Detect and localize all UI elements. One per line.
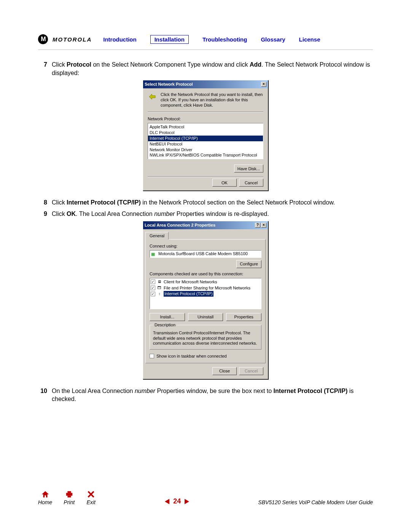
list-item[interactable]: NWLink IPX/SPX/NetBIOS Compatible Transp… [148, 152, 263, 158]
step-text: On the Local Area Connection number Prop… [52, 387, 373, 403]
client-icon: 🖥 [157, 279, 162, 284]
component-item-selected[interactable]: ✓ ↕ Internet Protocol (TCP/IP) [151, 291, 260, 297]
text: On the Local Area Connection [52, 388, 135, 394]
uninstall-button[interactable]: Uninstall [188, 313, 223, 321]
protocol-icon [148, 92, 157, 108]
home-button[interactable]: Home [38, 490, 52, 505]
tab-panel: Connect using: ▦ Motorola SurfBoard USB … [145, 239, 266, 363]
guide-title: SBV5120 Series VoIP Cable Modem User Gui… [258, 499, 373, 505]
component-label: Client for Microsoft Networks [164, 279, 217, 285]
checkbox-icon[interactable]: ✓ [151, 280, 155, 284]
list-item[interactable]: DLC Protocol [148, 130, 263, 136]
description-fieldset: Description Transmission Control Protoco… [150, 325, 261, 350]
service-icon: 🗔 [157, 285, 162, 291]
motorola-logo-icon: M [38, 34, 48, 44]
configure-button[interactable]: Configure [236, 260, 261, 268]
checkbox-icon[interactable] [150, 354, 154, 358]
page-header: M MOTOROLA Introduction Installation Tro… [38, 34, 373, 50]
components-label: Components checked are used by this conn… [150, 271, 261, 277]
network-protocol-listbox[interactable]: AppleTalk Protocol DLC Protocol Internet… [148, 123, 263, 159]
component-item[interactable]: ✓ 🖥 Client for Microsoft Networks [151, 279, 260, 285]
nav-glossary[interactable]: Glossary [261, 36, 285, 43]
show-icon-label: Show icon in taskbar when connected [156, 353, 227, 359]
page-number: 24 [173, 497, 181, 505]
text: Click [52, 199, 67, 206]
nav-installation[interactable]: Installation [150, 35, 189, 44]
print-icon [64, 490, 74, 498]
list-item[interactable]: AppleTalk Protocol [148, 124, 263, 130]
tab-set: General [145, 232, 266, 239]
page-navigator: 24 [165, 497, 189, 505]
step-9: 9 Click OK. The Local Area Connection nu… [38, 210, 373, 218]
text-bold: OK [67, 211, 76, 217]
home-icon [40, 490, 50, 498]
network-protocol-label: Network Protocol: [148, 116, 263, 122]
component-label: File and Printer Sharing for Microsoft N… [164, 285, 250, 291]
logo-letter: M [41, 36, 45, 43]
dialog-title: Select Network Protocol [145, 81, 193, 87]
ok-button[interactable]: OK [212, 179, 237, 187]
have-disk-button[interactable]: Have Disk... [234, 165, 263, 173]
prev-page-icon[interactable] [165, 499, 169, 504]
print-button[interactable]: Print [64, 490, 75, 505]
close-icon[interactable]: × [261, 223, 266, 228]
tab-general[interactable]: General [145, 232, 169, 240]
text-italic: number [154, 211, 175, 217]
checkbox-icon[interactable]: ✓ [151, 292, 155, 296]
step-number: 8 [38, 198, 52, 207]
cancel-button[interactable]: Cancel [239, 179, 263, 187]
exit-button[interactable]: Exit [86, 490, 96, 505]
footer-label: Exit [86, 499, 95, 505]
select-network-protocol-dialog: Select Network Protocol × Click the Netw… [143, 80, 268, 191]
page-footer: Home Print Exit 24 SBV5120 Series VoIP C… [38, 490, 373, 505]
checkbox-icon[interactable]: ✓ [151, 286, 155, 290]
component-item[interactable]: ✓ 🗔 File and Printer Sharing for Microso… [151, 285, 260, 291]
text: on the Select Network Component Type win… [91, 61, 250, 68]
cancel-button: Cancel [239, 367, 263, 375]
brand-text: MOTOROLA [53, 36, 92, 43]
step-8: 8 Click Internet Protocol (TCP/IP) in th… [38, 198, 373, 207]
description-legend: Description [153, 322, 177, 328]
text: . The Local Area Connection [76, 211, 154, 217]
list-item[interactable]: NetBEUI Protocol [148, 141, 263, 147]
nav-troubleshooting[interactable]: Troubleshooting [202, 36, 247, 43]
dialog-description: Click the Network Protocol that you want… [161, 92, 263, 108]
footer-label: Print [64, 499, 75, 505]
step-7: 7 Click Protocol on the Select Network C… [38, 61, 373, 77]
step-number: 10 [38, 387, 52, 403]
dialog-titlebar: Select Network Protocol × [143, 80, 268, 88]
help-icon[interactable]: ? [255, 223, 260, 228]
properties-button[interactable]: Properties [226, 313, 261, 321]
connect-using-label: Connect using: [150, 243, 261, 249]
text: Properties window, be sure the box next … [155, 388, 273, 394]
text-italic: number [135, 388, 155, 394]
text-bold: Internet Protocol (TCP/IP) [67, 199, 141, 206]
device-textbox: ▦ Motorola SurfBoard USB Cable Modem SB5… [150, 250, 261, 258]
text-bold: Protocol [67, 61, 91, 68]
list-item[interactable]: Network Monitor Driver [148, 147, 263, 153]
next-page-icon[interactable] [185, 499, 189, 504]
adapter-icon: ▦ [151, 251, 155, 257]
text-bold: Add [250, 61, 261, 68]
dialog-titlebar: Local Area Connection 2 Properties ? × [143, 221, 268, 229]
svg-rect-1 [67, 491, 71, 493]
text: Properties window is re-displayed. [175, 211, 269, 217]
content-area: 7 Click Protocol on the Select Network C… [38, 61, 373, 403]
list-item-selected[interactable]: Internet Protocol (TCP/IP) [148, 136, 263, 141]
component-label: Internet Protocol (TCP/IP) [164, 291, 213, 297]
components-listbox[interactable]: ✓ 🖥 Client for Microsoft Networks ✓ 🗔 Fi… [150, 278, 261, 309]
svg-rect-2 [67, 496, 71, 498]
text: Click [52, 61, 67, 68]
text: Click [52, 211, 67, 217]
close-icon[interactable]: × [261, 82, 266, 87]
nav-license[interactable]: License [299, 36, 320, 43]
install-button[interactable]: Install... [150, 313, 185, 321]
exit-icon [86, 490, 96, 498]
protocol-icon: ↕ [157, 291, 162, 297]
nav-introduction[interactable]: Introduction [103, 36, 136, 43]
lac-properties-dialog: Local Area Connection 2 Properties ? × G… [143, 221, 268, 379]
close-button[interactable]: Close [212, 367, 237, 375]
text: in the Network Protocol section on the S… [141, 199, 335, 206]
description-text: Transmission Control Protocol/Internet P… [153, 331, 258, 346]
show-icon-row: Show icon in taskbar when connected [150, 353, 261, 359]
